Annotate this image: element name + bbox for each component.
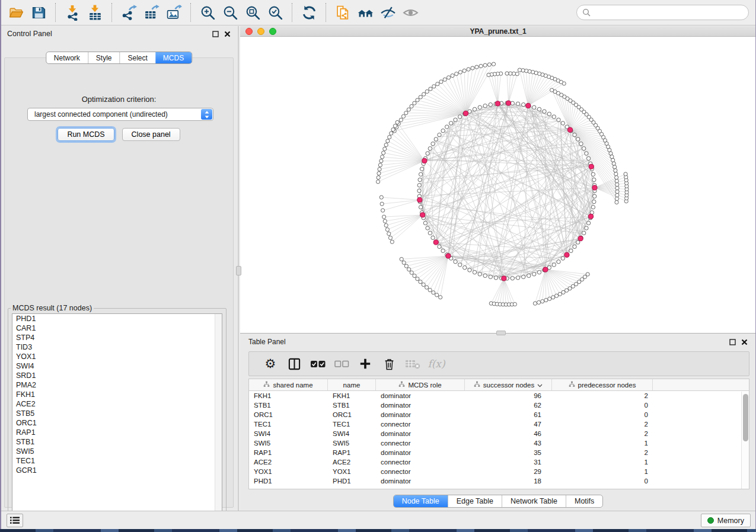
table-row[interactable]: SWI4SWI4dominator462 — [249, 429, 749, 438]
run-mcds-button[interactable]: Run MCDS — [58, 128, 114, 141]
column-header-successor-nodes[interactable]: successor nodes — [465, 379, 552, 390]
table-cell: SWI4 — [249, 429, 328, 438]
table-row[interactable]: FKH1FKH1dominator962 — [249, 391, 749, 400]
save-session-button[interactable] — [27, 2, 50, 23]
show-all-button[interactable] — [399, 2, 422, 23]
mcds-result-item[interactable]: ACE2 — [12, 399, 222, 409]
tab-select[interactable]: Select — [120, 52, 155, 63]
mcds-result-item[interactable]: PMA2 — [12, 380, 222, 390]
table-row[interactable]: ORC1ORC1dominator610 — [249, 410, 749, 419]
mcds-result-list[interactable]: PHD1CAR1STP4TID3YOX1SWI4SRD1PMA2FKH1ACE2… — [12, 313, 222, 523]
show-columns-button[interactable] — [282, 353, 306, 374]
zoom-out-button[interactable] — [219, 2, 241, 23]
clone-network-button[interactable] — [331, 2, 354, 23]
column-header-predecessor-nodes[interactable]: predecessor nodes — [552, 379, 653, 390]
table-row[interactable]: YOX1YOX1connector291 — [249, 467, 749, 476]
column-header-MCDS-role[interactable]: MCDS role — [376, 379, 465, 390]
table-cell: dominator — [376, 410, 465, 419]
open-file-button[interactable] — [5, 2, 27, 23]
tab-edge-table[interactable]: Edge Table — [448, 495, 502, 507]
mcds-result-item[interactable]: STP4 — [12, 333, 222, 342]
export-image-button[interactable] — [162, 2, 185, 23]
delete-table-button[interactable] — [401, 353, 425, 374]
float-panel-icon[interactable] — [729, 339, 736, 345]
table-row[interactable]: PHD1PHD1dominator180 — [249, 476, 749, 486]
save-icon — [31, 5, 47, 21]
window-left-edge — [0, 0, 1, 529]
add-column-button[interactable] — [353, 353, 377, 374]
mcds-result-item[interactable]: YOX1 — [12, 352, 222, 361]
toolbar-separator — [190, 3, 191, 22]
scrollbar-thumb[interactable] — [743, 394, 748, 441]
column-header-shared-name[interactable]: shared name — [249, 379, 328, 390]
table-row[interactable]: RAP1RAP1dominator352 — [249, 448, 749, 457]
column-header-name[interactable]: name — [328, 379, 376, 390]
mcds-result-item[interactable]: GCR1 — [12, 466, 222, 475]
close-panel-button[interactable]: Close panel — [122, 128, 180, 141]
tab-mcds[interactable]: MCDS — [155, 52, 192, 63]
close-panel-icon[interactable] — [741, 339, 748, 345]
tab-style[interactable]: Style — [88, 52, 120, 63]
zoom-fit-button[interactable] — [241, 2, 264, 23]
memory-button[interactable]: Memory — [701, 514, 751, 527]
mcds-result-item[interactable]: SWI5 — [12, 447, 222, 456]
close-panel-icon[interactable] — [224, 31, 231, 37]
dropdown-selected-value: largest connected component (undirected) — [34, 110, 168, 118]
mcds-result-item[interactable]: TEC1 — [12, 456, 222, 466]
table-settings-button[interactable]: ⚙ — [259, 353, 282, 374]
table-panel-title: Table Panel — [248, 338, 286, 346]
panel-menu-button[interactable] — [7, 514, 23, 527]
mcds-list-scrollbar[interactable] — [215, 314, 222, 523]
mcds-result-item[interactable]: SRD1 — [12, 371, 222, 380]
function-builder-button[interactable]: f(x) — [425, 353, 448, 374]
import-network-button[interactable] — [61, 2, 84, 23]
table-cell: RAP1 — [249, 448, 328, 457]
control-panel: Control Panel Network Style Select MCDS … — [0, 26, 239, 511]
tab-node-table[interactable]: Node Table — [394, 495, 448, 507]
delete-column-button[interactable] — [377, 353, 401, 374]
search-input[interactable] — [591, 8, 748, 17]
mcds-result-item[interactable]: ORC1 — [12, 418, 222, 428]
export-table-button[interactable] — [140, 2, 162, 23]
toolbar-separator — [111, 3, 112, 22]
select-all-rows-button[interactable] — [306, 353, 330, 374]
mcds-result-item[interactable]: RAP1 — [12, 428, 222, 437]
mcds-result-item[interactable]: STB1 — [12, 437, 222, 447]
network-window-titlebar[interactable]: YPA_prune.txt_1 — [240, 26, 756, 37]
refresh-button[interactable] — [298, 2, 320, 23]
import-table-button[interactable] — [84, 2, 106, 23]
network-title: YPA_prune.txt_1 — [240, 27, 756, 36]
table-cell: RAP1 — [328, 448, 376, 457]
splitter-handle-horizontal[interactable] — [496, 331, 506, 335]
first-neighbors-button[interactable] — [354, 2, 377, 23]
toolbar-separator — [55, 3, 56, 22]
float-panel-icon[interactable] — [212, 31, 219, 37]
hide-selected-button[interactable] — [377, 2, 399, 23]
mcds-result-item[interactable]: SWI4 — [12, 361, 222, 371]
splitter-handle-vertical[interactable] — [236, 266, 241, 275]
deselect-all-rows-button[interactable] — [330, 353, 353, 374]
tab-network-table[interactable]: Network Table — [502, 495, 566, 507]
optimization-criterion-dropdown[interactable]: largest connected component (undirected) — [27, 108, 213, 121]
tab-network[interactable]: Network — [46, 52, 88, 63]
export-network-button[interactable] — [117, 2, 140, 23]
mcds-result-item[interactable]: FKH1 — [12, 390, 222, 399]
search-field[interactable] — [576, 5, 749, 20]
table-scrollbar[interactable] — [741, 392, 749, 489]
network-canvas[interactable] — [240, 37, 756, 333]
table-row[interactable]: ACE2ACE2connector311 — [249, 457, 749, 467]
table-row[interactable]: STB1STB1dominator620 — [249, 400, 749, 410]
mcds-result-item[interactable]: PHD1 — [12, 314, 222, 323]
tab-motifs[interactable]: Motifs — [566, 495, 602, 507]
table-cell: dominator — [376, 400, 465, 410]
mcds-result-item[interactable]: STB5 — [12, 409, 222, 418]
table-row[interactable]: TEC1TEC1connector472 — [249, 419, 749, 429]
zoom-selected-button[interactable] — [264, 2, 286, 23]
zoom-in-button[interactable] — [196, 2, 219, 23]
mcds-result-item[interactable]: CAR1 — [12, 323, 222, 333]
toolbar-separator — [326, 3, 326, 22]
network-graph[interactable] — [240, 37, 756, 333]
mcds-result-item[interactable]: TID3 — [12, 342, 222, 352]
table-row[interactable]: SWI5SWI5connector431 — [249, 438, 749, 448]
export-network-icon — [121, 5, 137, 21]
